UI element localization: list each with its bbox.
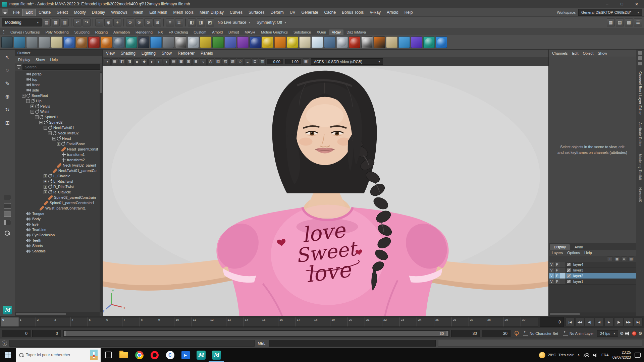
viewport-toolbar-icon[interactable]: ▦ (111, 58, 118, 65)
menu-set-dropdown[interactable]: Modeling ▾ (2, 18, 42, 26)
shelf-icon[interactable] (26, 37, 38, 48)
taskbar-app-button[interactable] (101, 348, 116, 362)
shelf-icon[interactable] (150, 37, 162, 48)
shelf-tab[interactable]: Animation (111, 29, 132, 35)
expand-toggle-icon[interactable] (31, 110, 34, 114)
expand-toggle-icon[interactable] (31, 105, 34, 108)
tool-icon[interactable]: ⊞ (2, 118, 12, 128)
layer-display-type-box[interactable] (560, 262, 566, 267)
animation-preferences-icon[interactable]: ⚙ (638, 331, 642, 336)
shelf-icon[interactable] (200, 37, 211, 48)
gamma-field[interactable]: 1.00 (285, 59, 301, 64)
outliner-node[interactable]: Teeth (15, 238, 102, 243)
viewport-toolbar-icon[interactable]: ◑ (163, 58, 170, 65)
shelf-icon[interactable] (14, 37, 25, 48)
shelf-icon[interactable] (374, 37, 385, 48)
toolbar-icon[interactable]: + (113, 18, 121, 26)
viewport-menu-item[interactable]: View (106, 51, 115, 56)
toolbar-icon[interactable]: ⊗ (135, 18, 143, 26)
layer-action-icon[interactable]: ▦ (614, 256, 620, 261)
frame-tick[interactable]: 25 (434, 317, 451, 326)
menu-item[interactable]: Create (36, 9, 54, 16)
minimize-button[interactable]: – (600, 0, 614, 8)
expand-toggle-icon[interactable] (22, 217, 25, 221)
layer-color-swatch[interactable] (566, 268, 572, 272)
outliner-node[interactable]: NeckTwist01_parentCo (15, 168, 102, 173)
layer-editor-menu-item[interactable]: Layers (552, 251, 563, 255)
viewport-toolbar-icon[interactable]: ▧ (215, 58, 221, 65)
shelf-icon[interactable] (287, 37, 298, 48)
shelf-icon[interactable] (175, 37, 186, 48)
toolbar-icon[interactable] (123, 18, 124, 26)
viewport-toolbar-icon[interactable]: ▨ (222, 58, 229, 65)
shelf-icon[interactable] (274, 37, 286, 48)
expand-toggle-icon[interactable] (44, 126, 47, 130)
range-slider[interactable]: 30 (63, 330, 449, 337)
viewport-menu-item[interactable]: Renderer (178, 51, 195, 56)
layer-visibility-toggle[interactable]: V (549, 279, 554, 284)
outliner-menu-item[interactable]: Display (18, 58, 30, 62)
sidebar-vertical-tab[interactable]: Attribute Editor (638, 122, 642, 147)
menu-item[interactable]: Mesh Display (197, 9, 227, 16)
shelf-tab[interactable]: Motion Graphics (258, 29, 290, 35)
layer-editor-menu-item[interactable]: Options (567, 251, 580, 255)
outliner-node[interactable]: FacialBone (15, 141, 102, 146)
shelf-icon[interactable] (187, 37, 199, 48)
frame-tick[interactable]: 2 (36, 317, 53, 326)
expand-toggle-icon[interactable] (48, 169, 52, 173)
menu-item[interactable]: Cache (321, 9, 339, 16)
taskbar-search[interactable]: Taper ici pour rechercher (16, 348, 101, 362)
shelf-icon[interactable] (212, 37, 224, 48)
menu-item[interactable]: File (10, 9, 22, 16)
expand-toggle-icon[interactable] (44, 185, 47, 189)
expand-toggle-icon[interactable] (57, 142, 60, 146)
viewport-toolbar-icon[interactable]: ◆ (141, 58, 148, 65)
outliner-node[interactable]: R_Clavicle (15, 189, 102, 195)
menu-item[interactable]: V-Ray (367, 9, 384, 16)
tool-icon[interactable]: ↖ (2, 52, 12, 62)
bars-icon[interactable] (638, 62, 642, 65)
layout-four-pane-icon[interactable] (4, 212, 11, 217)
toolbar-icon[interactable]: ◨ (197, 18, 205, 26)
shelf-icon[interactable] (411, 37, 422, 48)
shelf-icon[interactable] (349, 37, 360, 48)
outliner-node[interactable]: Waist_parentConstraint1 (15, 205, 102, 211)
range-start-handle[interactable] (64, 331, 66, 336)
camera-icon[interactable] (638, 56, 642, 60)
frame-tick[interactable]: 16 (278, 317, 296, 326)
character-set-menu[interactable]: No Character Set (522, 331, 560, 336)
anim-layer-menu[interactable]: No Anim Layer (561, 331, 595, 336)
frame-tick[interactable]: 18 (313, 317, 330, 326)
command-language-toggle[interactable]: MEL (257, 341, 267, 345)
menu-item[interactable]: Select (54, 9, 71, 16)
outliner-menu-item[interactable]: Show (36, 58, 45, 62)
frame-tick[interactable]: 30 (521, 317, 538, 326)
viewport-toolbar-icon[interactable]: ◐ (156, 58, 162, 65)
channel-box-menu-item[interactable]: Edit (572, 51, 578, 55)
auto-keyframe-icon[interactable] (632, 331, 637, 336)
shelf-tab[interactable]: XGen (314, 29, 329, 35)
menu-item[interactable]: Curves (227, 9, 246, 16)
notification-center-icon[interactable] (635, 353, 641, 358)
shelf-icon[interactable] (138, 37, 149, 48)
evaluation-settings-icon[interactable]: ⚙ (620, 331, 624, 336)
menu-item[interactable]: Modify (71, 9, 89, 16)
viewport-toolbar-icon[interactable]: ○ (200, 58, 207, 65)
frame-tick[interactable]: 22 (382, 317, 399, 326)
taskbar-app-button[interactable] (131, 348, 147, 362)
playback-button[interactable]: ◀| (585, 317, 594, 326)
tool-icon[interactable]: ⊕ (2, 92, 12, 102)
viewport-menu-item[interactable]: Show (162, 51, 172, 56)
shelf-icon[interactable] (336, 37, 348, 48)
viewport-toolbar-icon[interactable]: ◧ (119, 58, 125, 65)
frame-tick[interactable]: 19 (330, 317, 347, 326)
shelf-icon[interactable] (262, 37, 273, 48)
toolbar-icon[interactable]: ◉ (104, 18, 112, 26)
shelf-tab[interactable]: Arnold (209, 29, 225, 35)
channel-box-menu-item[interactable]: Channels (552, 51, 568, 55)
layer-editor-tab[interactable]: Anim (571, 244, 587, 250)
expand-toggle-icon[interactable] (22, 233, 25, 237)
channel-box-menu-item[interactable]: Show (598, 51, 607, 55)
frame-tick[interactable]: 10 (174, 317, 192, 326)
shelf-tab[interactable]: Custom (191, 29, 209, 35)
